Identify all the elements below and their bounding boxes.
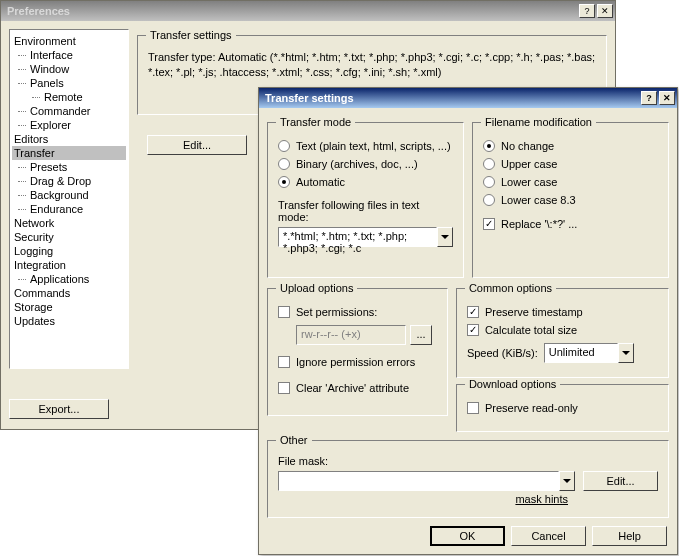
close-icon[interactable]: ✕ bbox=[659, 91, 675, 105]
radio-text-row[interactable]: Text (plain text, html, scripts, ...) bbox=[278, 137, 453, 155]
permissions-browse-button[interactable]: ... bbox=[410, 325, 432, 345]
radio-lower83-label: Lower case 8.3 bbox=[501, 194, 576, 206]
radio-lower[interactable] bbox=[483, 176, 495, 188]
check-preserve-ts[interactable] bbox=[467, 306, 479, 318]
file-mask-input[interactable] bbox=[278, 471, 559, 491]
radio-upper-label: Upper case bbox=[501, 158, 557, 170]
permissions-input: rw-r--r-- (+x) bbox=[296, 325, 406, 345]
radio-nochange-label: No change bbox=[501, 140, 554, 152]
tree-presets[interactable]: Presets bbox=[12, 160, 126, 174]
text-mode-patterns-input[interactable]: *.*html; *.htm; *.txt; *.php; *.php3; *.… bbox=[278, 227, 437, 247]
check-clear-archive[interactable] bbox=[278, 382, 290, 394]
radio-nochange[interactable] bbox=[483, 140, 495, 152]
chevron-down-icon[interactable] bbox=[437, 227, 453, 247]
check-replace[interactable] bbox=[483, 218, 495, 230]
tree-commander[interactable]: Commander bbox=[12, 104, 126, 118]
tree-editors[interactable]: Editors bbox=[12, 132, 126, 146]
common-options-title: Common options bbox=[465, 282, 556, 294]
radio-text-label: Text (plain text, html, scripts, ...) bbox=[296, 140, 451, 152]
check-replace-row[interactable]: Replace '\:*?' ... bbox=[483, 215, 658, 233]
radio-automatic-row[interactable]: Automatic bbox=[278, 173, 453, 191]
tree-interface[interactable]: Interface bbox=[12, 48, 126, 62]
tree-panels[interactable]: Panels bbox=[12, 76, 126, 90]
check-calc-size-row[interactable]: Calculate total size bbox=[467, 321, 658, 339]
check-clear-archive-label: Clear 'Archive' attribute bbox=[296, 382, 409, 394]
radio-text[interactable] bbox=[278, 140, 290, 152]
radio-upper[interactable] bbox=[483, 158, 495, 170]
check-clear-archive-row[interactable]: Clear 'Archive' attribute bbox=[278, 379, 437, 397]
preferences-title: Preferences bbox=[7, 5, 70, 17]
mask-hints-link[interactable]: mask hints bbox=[278, 493, 658, 505]
filename-mod-title: Filename modification bbox=[481, 116, 596, 128]
check-setperm[interactable] bbox=[278, 306, 290, 318]
tree-dragdrop[interactable]: Drag & Drop bbox=[12, 174, 126, 188]
upload-options-title: Upload options bbox=[276, 282, 357, 294]
preferences-tree[interactable]: Environment Interface Window Panels Remo… bbox=[9, 29, 129, 369]
download-options-title: Download options bbox=[465, 378, 560, 390]
filename-mod-group: Filename modification No change Upper ca… bbox=[472, 122, 669, 278]
close-icon[interactable]: ✕ bbox=[597, 4, 613, 18]
tree-environment[interactable]: Environment bbox=[12, 34, 126, 48]
tree-security[interactable]: Security bbox=[12, 230, 126, 244]
ok-button[interactable]: OK bbox=[430, 526, 505, 546]
chevron-down-icon[interactable] bbox=[618, 343, 634, 363]
file-mask-edit-button[interactable]: Edit... bbox=[583, 471, 658, 491]
help-button[interactable]: Help bbox=[592, 526, 667, 546]
check-calc-size[interactable] bbox=[467, 324, 479, 336]
check-setperm-row[interactable]: Set permissions: bbox=[278, 303, 437, 321]
edit-transfer-button[interactable]: Edit... bbox=[147, 135, 247, 155]
check-preserve-ro-row[interactable]: Preserve read-only bbox=[467, 399, 658, 417]
check-replace-label: Replace '\:*?' ... bbox=[501, 218, 577, 230]
radio-binary-row[interactable]: Binary (archives, doc, ...) bbox=[278, 155, 453, 173]
tree-window[interactable]: Window bbox=[12, 62, 126, 76]
help-icon[interactable]: ? bbox=[641, 91, 657, 105]
transfer-settings-title: Transfer settings bbox=[146, 29, 236, 41]
tree-explorer[interactable]: Explorer bbox=[12, 118, 126, 132]
file-mask-label: File mask: bbox=[278, 455, 658, 467]
radio-nochange-row[interactable]: No change bbox=[483, 137, 658, 155]
tree-transfer[interactable]: Transfer bbox=[12, 146, 126, 160]
check-ignore-errors-row[interactable]: Ignore permission errors bbox=[278, 353, 437, 371]
text-mode-patterns-combo[interactable]: *.*html; *.htm; *.txt; *.php; *.php3; *.… bbox=[278, 227, 453, 247]
tree-applications[interactable]: Applications bbox=[12, 272, 126, 286]
radio-lower83-row[interactable]: Lower case 8.3 bbox=[483, 191, 658, 209]
transfer-settings-dialog: Transfer settings ? ✕ Transfer mode Text… bbox=[258, 87, 678, 555]
speed-label: Speed (KiB/s): bbox=[467, 347, 538, 359]
tree-storage[interactable]: Storage bbox=[12, 300, 126, 314]
radio-automatic[interactable] bbox=[278, 176, 290, 188]
tree-logging[interactable]: Logging bbox=[12, 244, 126, 258]
check-preserve-ro[interactable] bbox=[467, 402, 479, 414]
radio-lower-row[interactable]: Lower case bbox=[483, 173, 658, 191]
common-options-group: Common options Preserve timestamp Calcul… bbox=[456, 288, 669, 378]
other-group: Other File mask: Edit... mask hints bbox=[267, 440, 669, 518]
preferences-titlebar: Preferences ? ✕ bbox=[1, 1, 615, 21]
check-preserve-ro-label: Preserve read-only bbox=[485, 402, 578, 414]
tree-remote[interactable]: Remote bbox=[12, 90, 126, 104]
tree-commands[interactable]: Commands bbox=[12, 286, 126, 300]
check-calc-size-label: Calculate total size bbox=[485, 324, 577, 336]
tree-background[interactable]: Background bbox=[12, 188, 126, 202]
radio-lower83[interactable] bbox=[483, 194, 495, 206]
dialog-title: Transfer settings bbox=[265, 92, 354, 104]
tree-network[interactable]: Network bbox=[12, 216, 126, 230]
transfer-type-text: Transfer type: Automatic (*.*html; *.htm… bbox=[148, 50, 596, 81]
tree-updates[interactable]: Updates bbox=[12, 314, 126, 328]
tree-integration[interactable]: Integration bbox=[12, 258, 126, 272]
check-preserve-ts-row[interactable]: Preserve timestamp bbox=[467, 303, 658, 321]
cancel-button[interactable]: Cancel bbox=[511, 526, 586, 546]
transfer-mode-group: Transfer mode Text (plain text, html, sc… bbox=[267, 122, 464, 278]
check-ignore-errors[interactable] bbox=[278, 356, 290, 368]
chevron-down-icon[interactable] bbox=[559, 471, 575, 491]
speed-combo[interactable]: Unlimited bbox=[544, 343, 634, 363]
tree-endurance[interactable]: Endurance bbox=[12, 202, 126, 216]
download-options-group: Download options Preserve read-only bbox=[456, 384, 669, 432]
export-button[interactable]: Export... bbox=[9, 399, 109, 419]
speed-input[interactable]: Unlimited bbox=[544, 343, 618, 363]
radio-binary[interactable] bbox=[278, 158, 290, 170]
upload-options-group: Upload options Set permissions: rw-r--r-… bbox=[267, 288, 448, 416]
radio-upper-row[interactable]: Upper case bbox=[483, 155, 658, 173]
check-setperm-label: Set permissions: bbox=[296, 306, 377, 318]
file-mask-combo[interactable] bbox=[278, 471, 575, 491]
help-icon[interactable]: ? bbox=[579, 4, 595, 18]
dialog-titlebar: Transfer settings ? ✕ bbox=[259, 88, 677, 108]
